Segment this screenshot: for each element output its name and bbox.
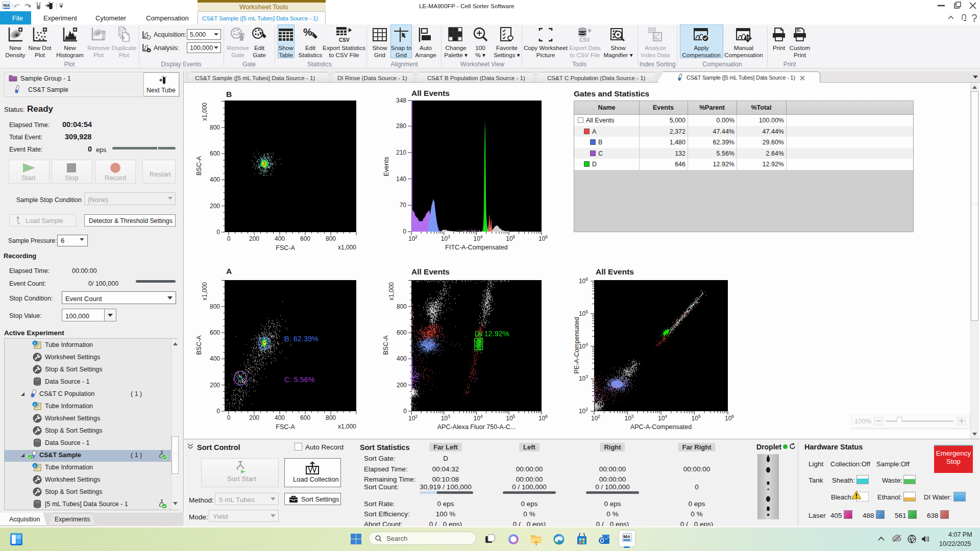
svg-text:APC-A-Compensated: APC-A-Compensated <box>630 423 692 431</box>
svg-text:600: 600 <box>300 414 310 421</box>
svg-text:102: 102 <box>408 234 418 242</box>
svg-text:i: i <box>34 342 35 345</box>
svg-text:C: 5.56%: C: 5.56% <box>284 375 315 384</box>
svg-text:105: 105 <box>506 234 515 242</box>
svg-text:200: 200 <box>210 203 220 210</box>
svg-text:FSC-A: FSC-A <box>276 244 295 252</box>
svg-text:105: 105 <box>579 309 588 317</box>
svg-text:0: 0 <box>216 408 220 415</box>
svg-text:800: 800 <box>210 303 220 310</box>
svg-text:140: 140 <box>396 176 406 183</box>
svg-text:0: 0 <box>216 229 220 236</box>
svg-text:400: 400 <box>210 176 220 183</box>
svg-text:PE-A-Compensated: PE-A-Compensated <box>573 317 580 373</box>
svg-text:FSC-A: FSC-A <box>276 423 295 431</box>
svg-text:600: 600 <box>210 150 220 157</box>
svg-text:103: 103 <box>579 374 588 382</box>
svg-text:400: 400 <box>275 235 285 242</box>
svg-text:BSC-A: BSC-A <box>382 335 389 355</box>
svg-text:102: 102 <box>579 407 588 415</box>
svg-text:400: 400 <box>397 355 407 362</box>
svg-text:0: 0 <box>403 228 406 235</box>
svg-text:B: 62.39%: B: 62.39% <box>284 335 318 343</box>
svg-text:280: 280 <box>396 122 406 130</box>
svg-text:B: B <box>226 90 232 98</box>
svg-text:0: 0 <box>227 414 231 421</box>
svg-text:FITC-A-Compensated: FITC-A-Compensated <box>445 244 507 251</box>
svg-text:104: 104 <box>658 414 667 422</box>
svg-text:600: 600 <box>300 235 310 242</box>
svg-text:800: 800 <box>210 124 220 131</box>
svg-text:0: 0 <box>403 408 407 415</box>
svg-text:All Events: All Events <box>411 89 450 97</box>
svg-text:400: 400 <box>275 414 285 421</box>
svg-text:200: 200 <box>397 382 407 389</box>
svg-text:200: 200 <box>249 235 259 242</box>
svg-text:200: 200 <box>249 414 259 421</box>
svg-text:i: i <box>34 403 35 407</box>
svg-text:104: 104 <box>473 234 482 242</box>
svg-text:CSV: CSV <box>579 37 590 43</box>
svg-text:x1,000: x1,000 <box>388 282 395 300</box>
svg-text:Events: Events <box>383 157 390 176</box>
svg-text:103: 103 <box>441 414 450 422</box>
svg-text:800: 800 <box>326 235 336 242</box>
svg-text:106: 106 <box>579 277 588 285</box>
svg-text:0: 0 <box>227 235 231 242</box>
svg-text:106: 106 <box>725 414 734 422</box>
svg-text:x1,000: x1,000 <box>201 282 208 300</box>
svg-text:APC-Alexa Fluor 750-A-C...: APC-Alexa Fluor 750-A-C... <box>437 423 516 431</box>
svg-text:348: 348 <box>396 97 406 104</box>
svg-text:All Events: All Events <box>596 267 634 276</box>
svg-text:400: 400 <box>210 355 220 362</box>
svg-text:105: 105 <box>506 414 515 422</box>
svg-text:A: A <box>226 267 232 276</box>
svg-text:800: 800 <box>326 414 336 421</box>
svg-text:102: 102 <box>591 414 600 422</box>
svg-text:106: 106 <box>538 234 548 242</box>
svg-text:x1,000: x1,000 <box>338 244 356 251</box>
svg-text:70: 70 <box>400 202 407 209</box>
svg-text:105: 105 <box>691 414 700 422</box>
svg-text:600: 600 <box>397 329 407 336</box>
svg-text:%: % <box>303 27 312 38</box>
svg-text:BSC-A: BSC-A <box>195 335 203 355</box>
svg-text:600: 600 <box>210 329 220 336</box>
svg-text:All Events: All Events <box>411 267 450 276</box>
svg-text:CSV: CSV <box>339 37 350 43</box>
svg-text:x1,000: x1,000 <box>338 423 356 430</box>
svg-text:104: 104 <box>473 414 482 422</box>
svg-text:BSC-A: BSC-A <box>195 156 203 176</box>
svg-text:210: 210 <box>396 149 406 156</box>
svg-text:103: 103 <box>441 234 450 242</box>
svg-text:x1,000: x1,000 <box>201 103 208 121</box>
svg-text:i: i <box>34 464 35 468</box>
svg-text:102: 102 <box>408 414 418 422</box>
svg-text:800: 800 <box>397 303 407 310</box>
svg-text:103: 103 <box>624 414 633 422</box>
svg-text:200: 200 <box>210 382 220 389</box>
svg-text:D: 12.92%: D: 12.92% <box>475 330 509 338</box>
svg-text:106: 106 <box>538 414 548 422</box>
